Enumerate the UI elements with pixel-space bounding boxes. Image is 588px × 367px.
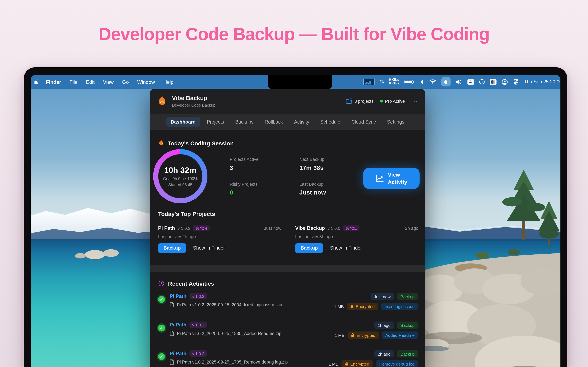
input-source-icon[interactable]: A bbox=[467, 78, 474, 85]
show-in-finder-button[interactable]: Show in Finder bbox=[330, 245, 362, 251]
menu-edit[interactable]: Edit bbox=[82, 79, 99, 85]
top-projects-title: Today's Top Projects bbox=[158, 211, 215, 217]
menu-help[interactable]: Help bbox=[159, 79, 178, 85]
session-goal: Goal 9h 0m • 100% bbox=[163, 176, 198, 181]
activity-row[interactable]: ✓ Pi Path v 1.0.2 Pi Path v1.0.2_2025-09… bbox=[158, 293, 418, 310]
plan-badge[interactable]: Pro Active bbox=[380, 99, 405, 104]
project-name: Pi Path bbox=[158, 225, 175, 231]
tab-schedule[interactable]: Schedule bbox=[316, 117, 345, 127]
project-last-activity: Last activity 2h ago bbox=[158, 234, 281, 239]
activity-project-name[interactable]: Pi Path bbox=[170, 350, 187, 356]
menu-bar-status: 0 KB/s 0 KB/s bbox=[363, 77, 561, 86]
menu-view[interactable]: View bbox=[99, 79, 118, 85]
project-time: Just now bbox=[264, 226, 281, 230]
menu-bar-left: Finder File Edit View Go Window Help bbox=[33, 79, 178, 85]
wifi-icon[interactable] bbox=[429, 79, 436, 84]
bluetooth-icon[interactable] bbox=[419, 79, 424, 85]
encrypted-badge: Encrypted bbox=[342, 360, 373, 367]
backup-filename: Pi Path v1.0.2_2025-09-25_2004_fixed log… bbox=[177, 302, 282, 307]
lock-icon bbox=[350, 304, 354, 309]
activity-badges: 1h ago Backup 1 MB Encrypted Adde bbox=[335, 322, 418, 339]
project-name: Vibe Backup bbox=[295, 225, 325, 231]
tag-badge: Added Readme bbox=[382, 332, 418, 339]
network-speed[interactable]: 0 KB/s 0 KB/s bbox=[389, 78, 399, 86]
activity-badges: 2h ago Backup 1 MB Encrypted Remo bbox=[329, 350, 418, 367]
project-last-activity: Last activity 3h ago bbox=[295, 234, 419, 239]
flame-icon: </> bbox=[158, 140, 164, 146]
time-badge: 2h ago bbox=[374, 350, 394, 358]
coding-session-section: </> Today's Coding Session 10h 32m Goal … bbox=[150, 130, 425, 265]
apple-icon[interactable] bbox=[33, 79, 42, 85]
vibe-backup-menubar-icon[interactable] bbox=[441, 77, 450, 86]
view-activity-label: View Activity bbox=[388, 171, 407, 185]
menubar-clock[interactable]: Thu Sep 25 20:00 bbox=[524, 79, 561, 84]
activity-main: Pi Path v 1.0.2 Pi Path v1.0.2_2025-09-2… bbox=[170, 293, 282, 307]
file-size: 1 MB bbox=[335, 333, 345, 337]
tag-badge: Remove debug log bbox=[376, 360, 418, 367]
control-center-icon[interactable] bbox=[513, 79, 519, 85]
check-icon: ✓ bbox=[158, 296, 165, 303]
view-activity-button[interactable]: View Activity bbox=[363, 168, 420, 189]
keyboard-icon[interactable] bbox=[490, 78, 496, 85]
session-section-title: </> Today's Coding Session bbox=[158, 140, 233, 146]
project-version: v 1.0.0 bbox=[328, 226, 340, 230]
shortcut-badge: ⌘⌥H bbox=[193, 225, 210, 231]
recent-section-title: Recent Activities bbox=[158, 280, 418, 287]
file-size: 1 MB bbox=[334, 304, 344, 309]
laptop-screen: Finder File Edit View Go Window Help bbox=[31, 75, 561, 367]
user-icon[interactable] bbox=[502, 78, 508, 85]
header-status: 3 projects Pro Active ··· bbox=[346, 98, 418, 104]
tab-projects[interactable]: Projects bbox=[202, 117, 229, 127]
top-project-card: Pi Path v 1.0.2 ⌘⌥H Just now Last activi… bbox=[158, 225, 281, 253]
activity-project-name[interactable]: Pi Path bbox=[170, 293, 187, 299]
check-icon: ✓ bbox=[158, 325, 165, 332]
app-title: Vibe Backup bbox=[172, 95, 215, 102]
backup-button[interactable]: Backup bbox=[295, 243, 323, 253]
activity-row[interactable]: ✓ Pi Path v 1.0.2 Pi Path v1.0.2_2025-09… bbox=[158, 322, 418, 339]
folder-gear-icon bbox=[346, 98, 352, 104]
tab-cloud-sync[interactable]: Cloud Sync bbox=[347, 117, 380, 127]
encrypted-badge: Encrypted bbox=[347, 303, 378, 310]
version-badge: v 1.0.2 bbox=[190, 350, 207, 357]
network-graph-widget[interactable] bbox=[363, 78, 375, 85]
more-menu-icon[interactable]: ··· bbox=[411, 98, 418, 104]
stat-next-backup: Next Backup 17m 38s bbox=[299, 157, 369, 171]
chart-line-icon bbox=[376, 175, 384, 182]
activity-project-name[interactable]: Pi Path bbox=[170, 322, 187, 328]
tab-rollback[interactable]: Rollback bbox=[260, 117, 288, 127]
session-ring-labels: 10h 32m Goal 9h 0m • 100% Started 06:45 bbox=[153, 149, 208, 203]
show-in-finder-button[interactable]: Show in Finder bbox=[193, 245, 225, 251]
menu-go[interactable]: Go bbox=[118, 79, 133, 85]
tab-settings[interactable]: Settings bbox=[382, 117, 409, 127]
page-title: Developer Code Backup — Built for Vibe C… bbox=[0, 24, 588, 44]
activity-main: Pi Path v 1.0.2 Pi Path v1.0.2_2025-09-2… bbox=[170, 322, 282, 336]
action-badge: Backup bbox=[397, 350, 418, 358]
time-badge: Just now bbox=[371, 293, 394, 300]
tab-dashboard[interactable]: Dashboard bbox=[166, 117, 200, 127]
menu-window[interactable]: Window bbox=[133, 79, 159, 85]
activity-row[interactable]: ✓ Pi Path v 1.0.2 Pi Path v1.0.2_2025-09… bbox=[158, 350, 418, 367]
tab-bar: Dashboard Projects Backups Rollback Acti… bbox=[150, 114, 425, 131]
tab-backups[interactable]: Backups bbox=[231, 117, 258, 127]
check-icon: ✓ bbox=[158, 353, 165, 360]
lock-icon bbox=[345, 362, 348, 366]
battery-icon[interactable] bbox=[404, 79, 415, 84]
tab-activity[interactable]: Activity bbox=[290, 117, 314, 127]
session-stats: Projects Active 3 Next Backup 17m 38s Ri… bbox=[230, 157, 369, 207]
action-badge: Backup bbox=[397, 293, 418, 300]
svg-text:</>: </> bbox=[160, 100, 165, 104]
time-machine-icon[interactable] bbox=[479, 79, 485, 85]
updown-arrows-icon[interactable] bbox=[380, 79, 384, 84]
menu-finder[interactable]: Finder bbox=[42, 79, 65, 85]
laptop-frame: Finder File Edit View Go Window Help bbox=[24, 67, 567, 367]
file-icon bbox=[170, 331, 174, 336]
menu-file[interactable]: File bbox=[65, 79, 82, 85]
action-badge: Backup bbox=[397, 322, 418, 329]
tag-badge: fixed login issue bbox=[381, 303, 418, 310]
projects-count-badge[interactable]: 3 projects bbox=[346, 98, 374, 104]
vibe-backup-window: </> Vibe Backup Developer Code Backup 3 … bbox=[150, 89, 425, 367]
project-version: v 1.0.2 bbox=[178, 226, 190, 230]
backup-button[interactable]: Backup bbox=[158, 243, 186, 253]
session-duration: 10h 32m bbox=[164, 166, 196, 175]
volume-icon[interactable] bbox=[456, 79, 462, 84]
